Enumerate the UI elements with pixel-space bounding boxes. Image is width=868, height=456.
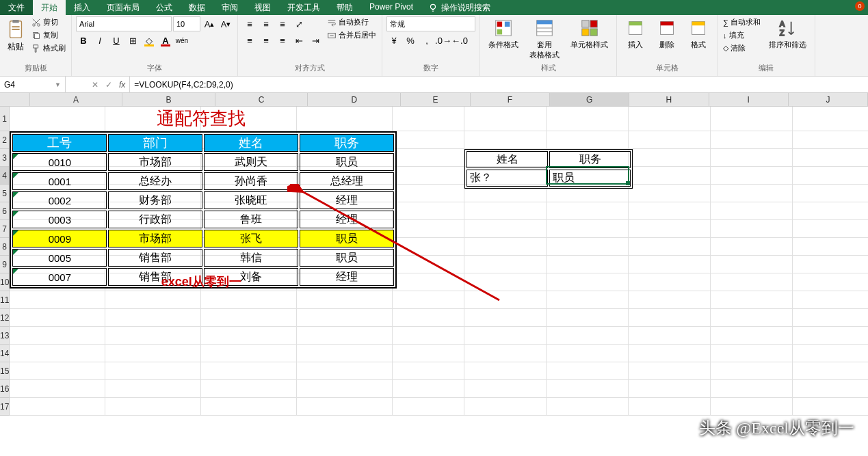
cell[interactable] bbox=[547, 256, 629, 273]
cell[interactable] bbox=[629, 362, 711, 380]
cell[interactable] bbox=[711, 291, 793, 309]
cell[interactable] bbox=[464, 380, 547, 398]
cell[interactable] bbox=[297, 398, 393, 416]
cell[interactable] bbox=[297, 362, 393, 380]
cell[interactable] bbox=[464, 362, 547, 380]
cell-style-button[interactable]: 单元格样式 bbox=[566, 16, 612, 51]
cell[interactable] bbox=[793, 327, 868, 345]
cell[interactable] bbox=[793, 167, 868, 185]
cell[interactable] bbox=[793, 362, 868, 380]
cell[interactable] bbox=[711, 131, 793, 149]
cell[interactable] bbox=[711, 149, 793, 167]
cell[interactable] bbox=[547, 309, 629, 327]
cell[interactable] bbox=[793, 202, 868, 220]
tab-help[interactable]: 帮助 bbox=[328, 0, 361, 15]
cell[interactable] bbox=[629, 107, 711, 131]
cell[interactable] bbox=[464, 202, 547, 220]
number-format-select[interactable] bbox=[386, 16, 475, 31]
cell[interactable] bbox=[711, 256, 793, 273]
cell[interactable] bbox=[547, 327, 629, 345]
row-header[interactable]: 11 bbox=[0, 291, 10, 309]
sort-filter-button[interactable]: AZ排序和筛选 bbox=[765, 16, 811, 51]
cell[interactable] bbox=[393, 380, 464, 398]
cell[interactable] bbox=[105, 327, 201, 345]
row-header[interactable]: 8 bbox=[0, 238, 10, 256]
cell[interactable] bbox=[547, 220, 629, 238]
cell[interactable] bbox=[547, 238, 629, 256]
cell[interactable] bbox=[547, 398, 629, 416]
cell[interactable] bbox=[711, 238, 793, 256]
table-format-button[interactable]: 套用 表格格式 bbox=[525, 16, 564, 62]
cell[interactable] bbox=[629, 256, 711, 273]
cell[interactable] bbox=[10, 327, 105, 345]
copy-button[interactable]: 复制 bbox=[30, 29, 67, 41]
cell[interactable] bbox=[464, 273, 547, 291]
cell[interactable] bbox=[793, 107, 868, 131]
cell[interactable] bbox=[10, 398, 105, 416]
cell[interactable] bbox=[711, 107, 793, 131]
orientation-button[interactable]: ⤢ bbox=[291, 16, 306, 31]
border-button[interactable]: ⊞ bbox=[125, 33, 140, 48]
cell[interactable] bbox=[793, 309, 868, 327]
align-left-button[interactable]: ≡ bbox=[242, 33, 257, 48]
row-header[interactable]: 12 bbox=[0, 309, 10, 327]
painter-button[interactable]: 格式刷 bbox=[30, 42, 67, 54]
align-middle-button[interactable]: ≡ bbox=[259, 16, 274, 31]
cell[interactable] bbox=[393, 202, 464, 220]
tab-formulas[interactable]: 公式 bbox=[148, 0, 181, 15]
tab-review[interactable]: 审阅 bbox=[213, 0, 246, 15]
align-right-button[interactable]: ≡ bbox=[275, 33, 290, 48]
cell[interactable] bbox=[629, 380, 711, 398]
merge-button[interactable]: 合并后居中 bbox=[326, 29, 378, 41]
tab-layout[interactable]: 页面布局 bbox=[98, 0, 148, 15]
cell[interactable] bbox=[464, 345, 547, 362]
cell[interactable] bbox=[105, 362, 201, 380]
cell[interactable] bbox=[297, 291, 393, 309]
wrap-button[interactable]: 自动换行 bbox=[326, 16, 378, 28]
col-header[interactable]: I bbox=[709, 93, 789, 106]
cond-format-button[interactable]: 条件格式 bbox=[484, 16, 523, 51]
cell[interactable] bbox=[393, 256, 464, 273]
cell[interactable] bbox=[547, 107, 629, 131]
row-header[interactable]: 13 bbox=[0, 327, 10, 345]
tab-data[interactable]: 数据 bbox=[181, 0, 213, 15]
cell[interactable] bbox=[629, 131, 711, 149]
tab-insert[interactable]: 插入 bbox=[66, 0, 98, 15]
row-header[interactable]: 16 bbox=[0, 380, 10, 398]
col-header[interactable]: G bbox=[550, 93, 629, 106]
cell[interactable] bbox=[10, 380, 105, 398]
font-name-input[interactable] bbox=[76, 16, 172, 31]
cell[interactable] bbox=[711, 380, 793, 398]
cell[interactable] bbox=[793, 345, 868, 362]
cell[interactable] bbox=[393, 345, 464, 362]
clear-button[interactable]: ◇清除 bbox=[722, 42, 762, 54]
cell[interactable] bbox=[629, 238, 711, 256]
col-header[interactable]: A bbox=[30, 93, 123, 106]
cell[interactable] bbox=[793, 131, 868, 149]
cell[interactable] bbox=[711, 167, 793, 185]
cell[interactable] bbox=[629, 273, 711, 291]
cell[interactable] bbox=[793, 380, 868, 398]
cell[interactable] bbox=[547, 202, 629, 220]
cell[interactable] bbox=[393, 131, 464, 149]
cell[interactable] bbox=[201, 380, 297, 398]
cell[interactable] bbox=[393, 327, 464, 345]
insert-cells-button[interactable]: 插入 bbox=[621, 16, 650, 51]
format-cells-button[interactable]: 格式 bbox=[684, 16, 713, 51]
cell[interactable] bbox=[297, 327, 393, 345]
font-color-button[interactable]: A bbox=[158, 33, 173, 48]
cell[interactable] bbox=[393, 149, 464, 167]
inc-decimal-button[interactable]: .0→ bbox=[436, 33, 451, 48]
fill-color-button[interactable]: ◇ bbox=[142, 33, 157, 48]
col-header[interactable]: F bbox=[471, 93, 550, 106]
cell[interactable] bbox=[201, 345, 297, 362]
tab-view[interactable]: 视图 bbox=[246, 0, 279, 15]
name-box[interactable]: G4▼ bbox=[0, 77, 66, 92]
cell[interactable] bbox=[464, 291, 547, 309]
cell[interactable] bbox=[393, 309, 464, 327]
cell[interactable] bbox=[10, 345, 105, 362]
row-header[interactable]: 14 bbox=[0, 345, 10, 362]
cell[interactable] bbox=[547, 291, 629, 309]
cell[interactable] bbox=[629, 345, 711, 362]
autosum-button[interactable]: ∑自动求和 bbox=[722, 16, 762, 28]
